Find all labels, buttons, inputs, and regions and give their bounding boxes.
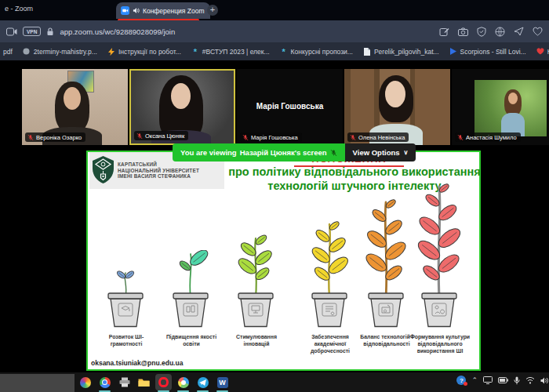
taskbar-widget-placeholder[interactable] [0, 374, 75, 392]
tray-chevron-up-icon[interactable]: ⌃ [471, 376, 478, 384]
university-name: КАРПАТСЬКИЙ НАЦІОНАЛЬНИЙ УНІВЕРСИТЕТ ІМЕ… [118, 162, 199, 180]
participant-nametag: Марія Гошовська [240, 132, 302, 142]
tab-audio-icon [133, 7, 140, 14]
send-icon[interactable] [514, 27, 524, 36]
asterisk-favicon: * [191, 48, 199, 56]
browser-tabstrip: e - Zoom Конференция Zoom + [0, 0, 549, 20]
chrome-icon[interactable] [98, 376, 111, 389]
url-text[interactable]: app.zoom.us/wc/92889028099/join [60, 27, 175, 36]
mic-muted-icon [136, 132, 143, 140]
plant-stage-1 [90, 269, 161, 328]
bookmark-item[interactable]: Perelik_pilgovih_kat... [363, 48, 439, 56]
viewing-banner: You are viewing Назарій Цюняк's screen [173, 143, 345, 162]
bookmark-item[interactable]: *Конкурсні пропози... [280, 48, 353, 56]
mic-muted-icon [27, 134, 34, 141]
pinwheel-glyph [80, 377, 91, 388]
plant-illustration [220, 234, 291, 328]
participant-nametag: Вероніка Озарко [25, 132, 85, 142]
notification-badge [464, 382, 467, 386]
plant-stage-3 [220, 234, 291, 328]
mic-tray-icon[interactable] [514, 376, 520, 385]
video-tile-olena[interactable]: Олена Невінська [344, 69, 450, 145]
running-indicator [197, 390, 209, 392]
screen: e - Zoom Конференция Zoom + VPN app.zoom… [0, 0, 549, 392]
bookmark-item[interactable]: Scorpions - Still Lovi... [449, 48, 526, 56]
presenter-email: oksana.tsiuniak@pnu.edu.ua [91, 359, 183, 367]
snapshot-camera-icon[interactable] [458, 27, 468, 36]
person-face [508, 93, 518, 104]
person-face [64, 87, 81, 110]
video-tile-oksana-active-speaker[interactable]: Оксана Цюняк [129, 69, 235, 145]
mic-muted-icon [350, 134, 356, 141]
chrome-alt-icon[interactable] [176, 376, 190, 389]
file-explorer-icon[interactable] [137, 376, 151, 389]
heart-favicon [536, 48, 544, 56]
asterisk-favicon: * [280, 48, 288, 56]
globe-icon[interactable] [495, 27, 505, 37]
chevron-down-icon: ∨ [404, 149, 409, 156]
bookmark-item[interactable]: Конвертация JPG в... [536, 48, 549, 56]
video-tile-maria-camera-off[interactable]: Марія Гошовська Марія Гошовська [237, 69, 343, 145]
play-favicon [449, 48, 457, 56]
mic-muted-icon [242, 134, 249, 141]
taskbar: W ? ⌃ [0, 372, 549, 392]
heart-icon[interactable] [533, 27, 543, 36]
stage-label: Розвиток ШІ-грамотності [93, 334, 159, 348]
word-icon[interactable]: W [216, 376, 229, 389]
opera-icon-active[interactable] [155, 374, 172, 390]
running-indicator [177, 390, 189, 392]
background-window-title: e - Zoom [5, 5, 33, 13]
person-face [385, 81, 405, 107]
bookmark-item[interactable]: Інструкції по робот... [107, 48, 181, 56]
video-tile-veronika[interactable]: Вероніка Озарко [22, 69, 128, 145]
pinwheel-app-icon[interactable] [78, 376, 92, 389]
bookmark-item[interactable]: 2terminy-mahistry.p... [23, 48, 97, 56]
word-glyph: W [217, 377, 228, 388]
participant-name-centered: Марія Гошовська [237, 102, 343, 111]
telegram-glyph [198, 377, 209, 388]
bookmark-item[interactable]: pdf [3, 48, 13, 56]
wifi-tray-icon[interactable] [525, 376, 535, 384]
shared-screen: КАРПАТСЬКИЙ НАЦІОНАЛЬНИЙ УНІВЕРСИТЕТ ІМЕ… [86, 151, 481, 371]
zoom-app-icon [121, 6, 129, 15]
vpn-badge[interactable]: VPN [23, 27, 41, 36]
compose-icon[interactable] [439, 27, 449, 37]
university-shield-icon [93, 156, 114, 185]
running-indicator [216, 390, 228, 392]
address-bar: VPN app.zoom.us/wc/92889028099/join [0, 20, 549, 42]
stage-label: Стимулювання інновацій [224, 334, 289, 348]
browser-help-tray-icon[interactable]: ? [456, 376, 466, 385]
system-tray: ? ⌃ [456, 376, 549, 385]
new-tab-button[interactable]: + [207, 5, 218, 16]
volume-tray-icon[interactable] [540, 376, 549, 385]
shield-check-icon[interactable] [477, 27, 486, 37]
participant-nametag: Анастасія Шумило [455, 132, 521, 142]
plant-stage-6 [404, 183, 474, 328]
telegram-icon[interactable] [196, 376, 209, 389]
mic-muted-icon [457, 134, 464, 141]
profile-photo [474, 80, 547, 136]
lock-icon [46, 27, 54, 36]
printer-icon[interactable] [118, 376, 131, 389]
person-face [171, 83, 191, 109]
view-options-button[interactable]: View Options ∨ [345, 143, 416, 162]
running-indicator [158, 390, 169, 392]
participant-nametag: Оксана Цюняк [134, 131, 188, 140]
screen-share-banner: You are viewing Назарій Цюняк's screen V… [173, 143, 416, 162]
bookmark-item[interactable]: *#ВСТУП 2023 | елек... [191, 48, 270, 56]
presenter-mic-muted-icon [330, 149, 337, 157]
participant-nametag: Олена Невінська [347, 132, 409, 142]
battery-tray-icon[interactable] [498, 377, 508, 383]
tab-title: Конференция Zoom [143, 7, 205, 15]
bookmarks-bar: pdf 2terminy-mahistry.p... Інструкції по… [0, 42, 549, 60]
address-bar-actions [439, 27, 543, 37]
plant-illustration [404, 183, 474, 328]
stage-label: Формування культури відповідального вико… [407, 334, 473, 355]
document-favicon [363, 48, 371, 56]
display-tray-icon[interactable] [483, 376, 493, 384]
tab-zoom-conference[interactable]: Конференция Zoom [116, 2, 210, 19]
plant-stage-2 [155, 250, 226, 328]
opera-glyph [158, 377, 169, 387]
video-tile-anastasia-photo[interactable]: Анастасія Шумило [452, 69, 549, 145]
sidebar-camera-icon[interactable] [6, 27, 17, 36]
